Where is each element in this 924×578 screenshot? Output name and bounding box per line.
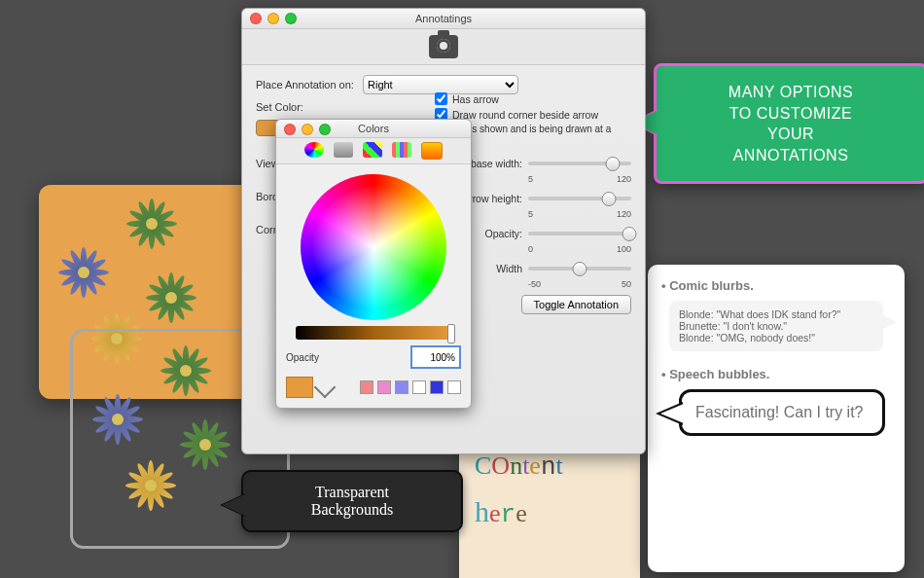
color-wheel[interactable] [301,174,446,320]
place-annotation-select[interactable]: Right [363,75,518,94]
brightness-slider[interactable] [296,326,451,340]
saved-swatch[interactable] [447,380,461,394]
arrow-height-slider[interactable] [528,197,631,200]
examples-panel: • Comic blurbs. Blonde: "What does IDK s… [648,265,905,572]
close-icon[interactable] [250,13,262,24]
saved-swatch[interactable] [430,380,444,394]
slider-min: -50 [528,279,541,289]
callout-line: ANNOTATIONS [668,145,913,166]
bubble-tail-icon [660,404,684,423]
window-titlebar[interactable]: Annotatings [242,9,645,29]
flower-icon [178,417,232,472]
callout-tail-icon [222,493,247,517]
minimize-icon[interactable] [267,13,279,24]
eyedropper-icon[interactable] [314,377,337,399]
sample-word-content: COntent [475,452,640,482]
camera-icon[interactable] [429,35,458,58]
flower-icon [56,245,111,300]
arrow-base-width-slider[interactable] [528,162,631,165]
zoom-icon[interactable] [285,13,297,24]
close-icon[interactable] [284,124,296,135]
comic-line: Brunette: "I don't know." [679,320,873,332]
color-picker-mode-toolbar [276,138,471,164]
place-annotation-label: Place Annotation on: [256,79,363,90]
color-sliders-mode-icon[interactable] [334,142,353,158]
color-swatch-row [276,369,471,408]
callout-line: MANY OPTIONS [668,82,913,103]
flower-icon [124,458,178,513]
zoom-icon[interactable] [319,124,331,135]
callout-line: YOUR [668,124,913,145]
toggle-annotation-button[interactable]: Toggle Annotation [521,295,631,314]
minimize-icon[interactable] [302,124,313,135]
slider-max: 120 [617,209,631,219]
transparent-backgrounds-callout: Transparent Backgrounds [241,470,463,532]
set-color-label: Set Color: [256,101,363,113]
window-titlebar[interactable]: Colors [276,120,471,138]
opacity-label: Opacity [286,352,319,363]
green-callout: MANY OPTIONS TO CUSTOMIZE YOUR ANNOTATIO… [654,63,924,184]
window-title: Colors [358,123,389,134]
callout-line: Backgrounds [255,501,449,519]
slider-max: 100 [617,244,631,254]
saved-swatch[interactable] [412,380,426,394]
flower-icon [159,343,213,398]
comic-line: Blonde: "OMG, nobody does!" [679,332,873,343]
slider-min: 5 [528,209,533,219]
has-arrow-label: Has arrow [452,93,499,105]
flower-icon [90,392,145,447]
color-crayons-mode-icon[interactable] [421,142,443,160]
comic-blurbs-heading: • Comic blurbs. [661,278,891,293]
color-palettes-mode-icon[interactable] [363,142,382,158]
slider-max: 120 [617,174,631,184]
settings-toolbar [242,29,645,65]
bubble-tail-icon [881,314,897,330]
flower-icon [124,197,179,251]
has-arrow-checkbox[interactable] [435,92,447,105]
speech-bubble: Fascinating! Can I try it? [679,389,885,436]
window-title: Annotatings [415,13,472,24]
callout-line: TO CUSTOMIZE [668,103,913,125]
comic-line: Blonde: "What does IDK stand for?" [679,308,873,320]
comic-blurb-bubble: Blonde: "What does IDK stand for?" Brune… [669,301,883,351]
speech-bubbles-heading: • Speech bubbles. [661,367,891,381]
saved-swatch[interactable] [395,380,409,394]
opacity-slider[interactable] [528,232,631,235]
round-corner-label: Draw round corner beside arrow [452,109,598,121]
flower-icon [144,271,198,325]
colors-panel-window: Colors Opacity [275,119,472,409]
width-slider[interactable] [528,267,631,271]
saved-swatch[interactable] [377,380,391,394]
slider-min: 0 [528,244,533,254]
color-wheel-mode-icon[interactable] [304,142,324,158]
sample-word-here: here [475,495,640,529]
saved-swatch[interactable] [360,380,373,394]
callout-line: Transparent [255,484,449,501]
slider-max: 50 [622,279,631,289]
speech-bubble-text: Fascinating! Can I try it? [695,404,864,420]
opacity-field[interactable] [410,345,461,369]
current-color-swatch[interactable] [286,377,313,398]
color-spectrum-mode-icon[interactable] [392,142,411,158]
slider-thumb-icon[interactable] [447,324,455,343]
slider-min: 5 [528,174,533,184]
